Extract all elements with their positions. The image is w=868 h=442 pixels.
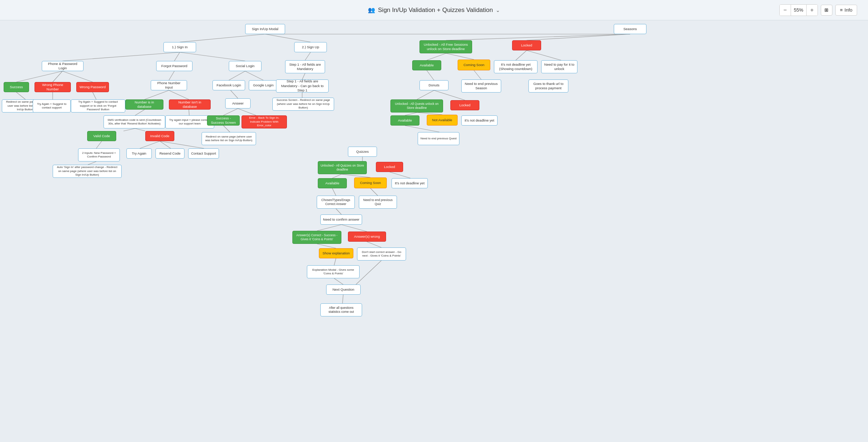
step1-mandatory-node[interactable]: Step 1 - All fields are Mandatory <box>285 60 325 73</box>
zoom-value: 55% <box>791 5 807 16</box>
canvas-inner: Sign In/Up Modal Seasons 1.) Sign In 2.)… <box>0 20 868 442</box>
redirect-mid-node[interactable]: Redirect on same page (where user was be… <box>202 132 256 145</box>
success-screen-node[interactable]: Success Screen - Redirect on same page (… <box>272 98 334 111</box>
try-again-wrong-pass-node[interactable]: Try Again + Suggest to contact support o… <box>71 99 125 112</box>
google-login-node[interactable]: Google Login <box>249 80 278 90</box>
forgot-password-node[interactable]: Forgot Password <box>156 61 192 71</box>
info-button[interactable]: ≡ Info <box>835 5 857 16</box>
invalid-code-node[interactable]: Invalid Code <box>145 131 174 141</box>
number-not-in-db-node[interactable]: Number isn't in database <box>169 99 211 110</box>
svg-line-16 <box>189 110 189 115</box>
wrong-phone-node[interactable]: Wrong Phone Number <box>35 82 71 92</box>
locked-mid-node[interactable]: Locked <box>450 100 479 110</box>
explanation-modal-node[interactable]: Explanation Modal - Gives some 'Coins & … <box>307 265 360 278</box>
resend-code-node[interactable]: Resend Code <box>155 148 184 159</box>
svg-line-15 <box>135 110 145 115</box>
sign-up-node[interactable]: 2.) Sign Up <box>294 42 327 52</box>
coming-soon-top-node[interactable]: Coming Soon <box>458 60 490 70</box>
dont-start-correct-node[interactable]: Don't start correct answer - Go next - G… <box>357 247 406 261</box>
svg-line-37 <box>516 50 527 60</box>
not-deadline-top-node[interactable]: It's not deadline yet (Showing countdown… <box>494 60 538 73</box>
svg-line-9 <box>16 92 25 99</box>
zoom-out-button[interactable]: − <box>780 5 791 16</box>
svg-line-52 <box>336 209 341 214</box>
answer-correct-node[interactable]: Answer(s) Correct - Success - Gives it '… <box>292 231 341 244</box>
svg-line-55 <box>317 244 336 248</box>
success-node[interactable]: Success <box>4 82 29 92</box>
svg-line-54 <box>341 225 367 232</box>
svg-line-22 <box>160 141 204 148</box>
svg-line-53 <box>317 225 341 231</box>
available-quiz-node[interactable]: Available <box>318 178 347 188</box>
coming-soon-quiz-node[interactable]: Coming Soon <box>354 177 387 188</box>
show-explanation-node[interactable]: Show explanation <box>319 248 353 258</box>
svg-line-24 <box>229 71 245 80</box>
facebook-login-node[interactable]: Facebook Login <box>212 80 245 90</box>
not-deadline-mid-node[interactable]: It's not deadline yet <box>461 115 498 126</box>
after-all-questions-node[interactable]: After all questions statistics come out <box>320 303 362 316</box>
answer-node[interactable]: Answer <box>225 98 251 109</box>
svg-line-26 <box>231 90 238 98</box>
unlocked-quests-node[interactable]: Unlocked - All Quests unlock on Store de… <box>390 99 443 112</box>
not-deadline-quiz-node[interactable]: It's not deadline yet <box>392 178 428 188</box>
unlocked-quizzes-node[interactable]: Unlocked - All Quizzes on Store deadline <box>318 161 367 174</box>
svg-line-11 <box>93 92 96 99</box>
sign-in-up-modal-node[interactable]: Sign In/Up Modal <box>245 24 285 34</box>
svg-line-38 <box>527 50 561 60</box>
svg-line-48 <box>341 174 370 177</box>
svg-line-41 <box>417 90 434 99</box>
unlocked-free-node[interactable]: Unlocked - All Free Sessions unlock on S… <box>419 40 472 53</box>
quizzes-node[interactable]: Quizzes <box>348 147 377 157</box>
error-back-node[interactable]: Error - Back To Sign In- Indicate Proble… <box>242 115 287 128</box>
svg-line-7 <box>53 71 62 82</box>
svg-line-25 <box>245 71 263 80</box>
inputs-confirm-node[interactable]: 2 Inputs: New Password + Confirm Passwor… <box>78 148 120 161</box>
try-again-node[interactable]: Try Again <box>126 148 152 159</box>
need-end-prev-quest-node[interactable]: Need to end previous Quest <box>418 132 459 145</box>
phone-number-input-node[interactable]: Phone Number Input <box>151 80 187 90</box>
available-top-node[interactable]: Available <box>412 60 441 70</box>
locked-quiz-node[interactable]: Locked <box>376 162 403 172</box>
svg-line-27 <box>223 109 238 115</box>
auto-sign-in-node[interactable]: Auto 'Sign In' after password change - R… <box>53 165 122 178</box>
zoom-control: − 55% + <box>779 4 818 16</box>
svg-line-1 <box>265 34 311 42</box>
locked-top-node[interactable]: Locked <box>512 40 541 50</box>
header: 👥 Sign In/Up Validation + Quizzes Valida… <box>0 0 868 20</box>
contact-support-node[interactable]: Contact Support <box>188 148 219 159</box>
svg-line-59 <box>342 295 343 303</box>
svg-line-14 <box>169 90 189 99</box>
svg-line-17 <box>123 128 135 131</box>
settings-icon-button[interactable]: ⊞ <box>821 5 832 16</box>
step1-can-back-node[interactable]: Step 1 - All fields are Mandatory - Can … <box>276 79 329 93</box>
svg-line-34 <box>527 34 630 40</box>
zoom-in-button[interactable]: + <box>807 5 818 16</box>
sms-sent-node[interactable]: SMS verification code is sent (Countdown… <box>104 115 165 128</box>
svg-line-23 <box>88 161 96 165</box>
svg-line-58 <box>334 278 343 285</box>
pay-to-unlock-node[interactable]: Need to pay for it to unlock <box>541 60 577 73</box>
svg-line-21 <box>160 141 171 148</box>
try-again-wrong-phone-node[interactable]: Try Again + Suggest to contact support <box>33 99 71 112</box>
number-in-db-node[interactable]: Number is in database <box>125 99 163 110</box>
chevron-down-icon[interactable]: ⌄ <box>496 7 500 13</box>
donuts-node[interactable]: Donuts <box>419 80 449 90</box>
svg-line-18 <box>135 128 145 131</box>
confirm-answer-node[interactable]: Need to confirm answer <box>320 214 362 225</box>
next-question-node[interactable]: Next Question <box>326 285 361 295</box>
answer-wrong-node[interactable]: Answer(s) wrong <box>348 232 386 242</box>
not-available-node[interactable]: Not Available <box>427 115 458 126</box>
chosen-answer-node[interactable]: Chosen/Types/Drags Correct Answer <box>317 196 355 209</box>
success-success-node[interactable]: Success - Success Screen <box>207 115 240 126</box>
seasons-node[interactable]: Seasons <box>614 24 646 34</box>
need-end-quiz-node[interactable]: Need to end previous Quiz <box>359 196 397 209</box>
sign-in-node[interactable]: 1.) Sign In <box>163 42 196 52</box>
phone-password-node[interactable]: Phone & Password Login <box>42 61 84 71</box>
social-login-node[interactable]: Social Login <box>229 61 261 71</box>
need-end-prev-season-node[interactable]: Need to end previous Season <box>461 79 501 93</box>
wrong-password-node[interactable]: Wrong Password <box>76 82 109 92</box>
available-mid-node[interactable]: Available <box>390 115 419 126</box>
svg-line-12 <box>169 71 174 80</box>
valid-code-node[interactable]: Valid Code <box>87 131 116 141</box>
goes-thank-you-node[interactable]: Goes to thank url to process payment <box>528 79 568 93</box>
